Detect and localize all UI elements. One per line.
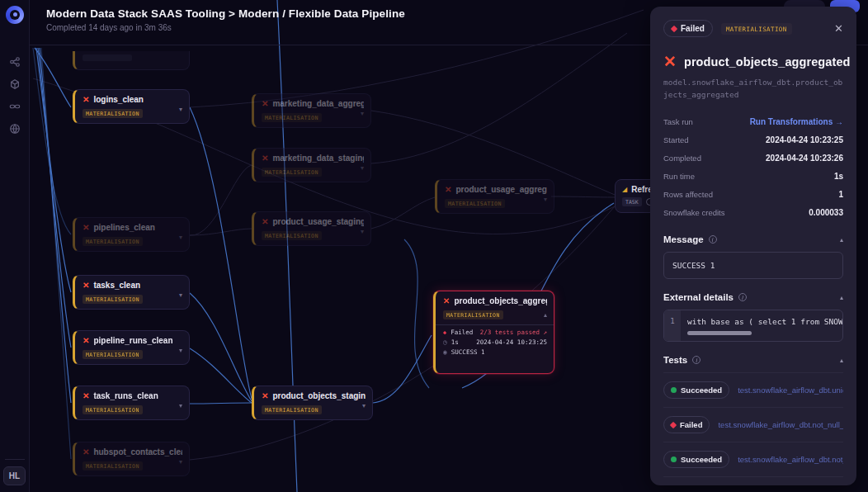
link-icon[interactable]	[8, 100, 21, 112]
node-product-usage-staging[interactable]: ✕ product_usage_staging MATERIALISATION …	[252, 211, 371, 246]
chevron-down-icon[interactable]: ▾	[179, 106, 182, 113]
collapse-up-icon[interactable]: ▴	[840, 294, 843, 301]
chevron-down-icon[interactable]: ▾	[179, 291, 182, 299]
chevron-down-icon[interactable]: ▾	[544, 196, 547, 203]
node-timestamp: 2024-04-24 10:23:25	[476, 338, 547, 346]
chevron-down-icon[interactable]: ▾	[361, 228, 364, 235]
status-circle-icon: ◉	[443, 348, 447, 356]
test-link[interactable]: test.snowflake_airflow_dbt.not_null_pr	[738, 455, 843, 464]
chevron-down-icon[interactable]: ▾	[179, 234, 182, 241]
node-product-objects-aggregated-selected[interactable]: ✕ product_objects_aggregated ▴ MATERIALI…	[433, 291, 554, 374]
failed-diamond-icon	[670, 422, 677, 428]
node-pipelines-clean[interactable]: ✕ pipelines_clean MATERIALISATION ▾	[73, 217, 190, 252]
node-product-objects-staging[interactable]: ✕ product_objects_staging MATERIALISATIO…	[252, 386, 373, 420]
chevron-down-icon[interactable]: ▾	[179, 347, 182, 354]
materialisation-badge: MATERIALISATION	[83, 237, 143, 246]
materialisation-badge: MATERIALISATION	[262, 231, 322, 240]
node-pipeline-runs-clean[interactable]: ✕ pipeline_runs_clean MATERIALISATION ▾	[73, 330, 190, 365]
dbt-icon: ✕	[83, 337, 89, 345]
close-icon[interactable]: ✕	[834, 23, 843, 34]
detail-row-snowflake-credits: Snowflake credits 0.000033	[663, 203, 843, 221]
run-transformations-link[interactable]: Run Transformations →	[750, 117, 843, 126]
chevron-down-icon[interactable]: ▾	[179, 458, 182, 466]
run-summary-text: Completed 14 days ago in 3m 36s	[46, 23, 405, 32]
failed-status-badge: Failed	[663, 20, 713, 37]
materialisation-badge: MATERIALISATION	[83, 405, 143, 414]
tests-summary-link[interactable]: 2/3 tests passed ↗	[480, 329, 547, 336]
info-icon[interactable]: i	[738, 293, 747, 301]
node-tasks-clean[interactable]: ✕ tasks_clean MATERIALISATION ▾	[73, 275, 190, 310]
test-link[interactable]: test.snowflake_airflow_dbt.unique_pro	[738, 386, 843, 395]
details-panel: Failed MATERIALISATION ✕ ✕ product_objec…	[650, 7, 856, 485]
chevron-down-icon[interactable]: ▾	[361, 164, 364, 172]
failed-badge: Failed	[663, 416, 710, 433]
materialisation-badge: MATERIALISATION	[262, 113, 322, 122]
chevron-down-icon[interactable]: ▾	[179, 402, 182, 409]
node-logins-clean[interactable]: ✕ logins_clean MATERIALISATION ▾	[73, 89, 190, 124]
breadcrumb: Modern Data Stack SAAS Tooling > Modern …	[46, 7, 405, 20]
globe-icon[interactable]	[8, 122, 21, 135]
node-label: logins_clean	[93, 95, 144, 104]
detail-row-task-run: Task run Run Transformations →	[663, 112, 843, 130]
dbt-icon: ✕	[83, 448, 89, 457]
dbt-icon: ✕	[83, 281, 89, 290]
line-number: 1	[664, 310, 681, 341]
node-label: product_usage_aggregated	[455, 185, 547, 194]
node-label: pipeline_runs_clean	[93, 336, 172, 345]
clock-icon: ◷	[443, 338, 447, 346]
node-label: pipelines_clean	[93, 223, 154, 232]
node-label: Refre	[631, 185, 653, 194]
dbt-icon: ✕	[262, 392, 268, 400]
collapse-up-icon[interactable]: ▴	[840, 357, 843, 364]
test-row: Failed test.snowflake_airflow_dbt.not_nu…	[663, 408, 843, 442]
sidebar-divider	[5, 459, 25, 460]
materialisation-badge: MATERIALISATION	[262, 405, 322, 414]
dbt-icon: ✕	[663, 54, 677, 69]
materialisation-badge: MATERIALISATION	[443, 310, 503, 319]
horizontal-scrollbar[interactable]	[687, 331, 752, 335]
materialisation-badge: MATERIALISATION	[83, 461, 143, 471]
panel-title: product_objects_aggregated	[684, 55, 851, 69]
dbt-icon: ✕	[262, 154, 268, 163]
materialisation-badge: MATERIALISATION	[83, 109, 143, 118]
node-marketing-data-aggregated[interactable]: ✕ marketing_data_aggregated MATERIALISAT…	[252, 93, 371, 128]
cube-icon[interactable]	[8, 78, 21, 90]
succeeded-dot-icon	[671, 387, 677, 393]
failed-status-label: Failed	[681, 24, 705, 33]
node-partial-top[interactable]	[73, 51, 190, 70]
node-hubspot-contacts-clean[interactable]: ✕ hubspot_contacts_clean MATERIALISATION…	[73, 442, 190, 476]
dbt-icon: ✕	[83, 224, 89, 232]
chevron-down-icon[interactable]: ▾	[362, 402, 366, 409]
user-avatar[interactable]: HL	[3, 466, 26, 485]
node-label: product_objects_staging	[272, 391, 366, 400]
dbt-icon: ✕	[445, 186, 451, 194]
node-marketing-data-staging[interactable]: ✕ marketing_data_staging MATERIALISATION…	[252, 148, 371, 182]
node-badge-ghost	[83, 54, 132, 61]
materialisation-badge: MATERIALISATION	[262, 168, 322, 177]
chevron-down-icon[interactable]: ▾	[361, 110, 364, 117]
succeeded-badge: Succeeded	[663, 451, 729, 468]
app-logo-icon[interactable]	[6, 6, 24, 24]
task-badge: TASK	[622, 197, 642, 206]
dbt-icon: ✕	[83, 392, 89, 400]
tests-section: Tests i ▴ Succeeded test.snowflake_airfl…	[663, 355, 843, 477]
node-label: task_runs_clean	[93, 391, 158, 400]
collapse-up-icon[interactable]: ▴	[840, 236, 843, 244]
node-product-usage-aggregated[interactable]: ✕ product_usage_aggregated MATERIALISATI…	[435, 179, 554, 214]
detail-row-completed: Completed 2024-04-24 10:23:26	[663, 149, 843, 167]
node-task-runs-clean[interactable]: ✕ task_runs_clean MATERIALISATION ▾	[73, 386, 190, 420]
pipelines-icon[interactable]	[8, 55, 21, 68]
info-icon[interactable]: i	[709, 235, 717, 244]
succeeded-dot-icon	[671, 457, 677, 462]
collapse-up-icon[interactable]: ▴	[544, 311, 547, 319]
test-row: Succeeded test.snowflake_airflow_dbt.not…	[663, 442, 843, 477]
detail-row-started: Started 2024-04-24 10:23:25	[663, 130, 843, 149]
node-runtime: 1s	[451, 338, 459, 346]
dbt-icon: ✕	[262, 100, 268, 108]
info-icon[interactable]: i	[692, 356, 701, 364]
detail-list: Task run Run Transformations → Started 2…	[663, 112, 843, 221]
failed-diamond-icon: ◆	[443, 329, 446, 336]
test-link[interactable]: test.snowflake_airflow_dbt.not_null_pr	[718, 420, 843, 429]
sql-code-block: 1 with base as ( select 1 from SNOWFLAKE	[663, 310, 843, 342]
external-details-section: External details i ▴ 1 with base as ( se…	[663, 292, 843, 342]
